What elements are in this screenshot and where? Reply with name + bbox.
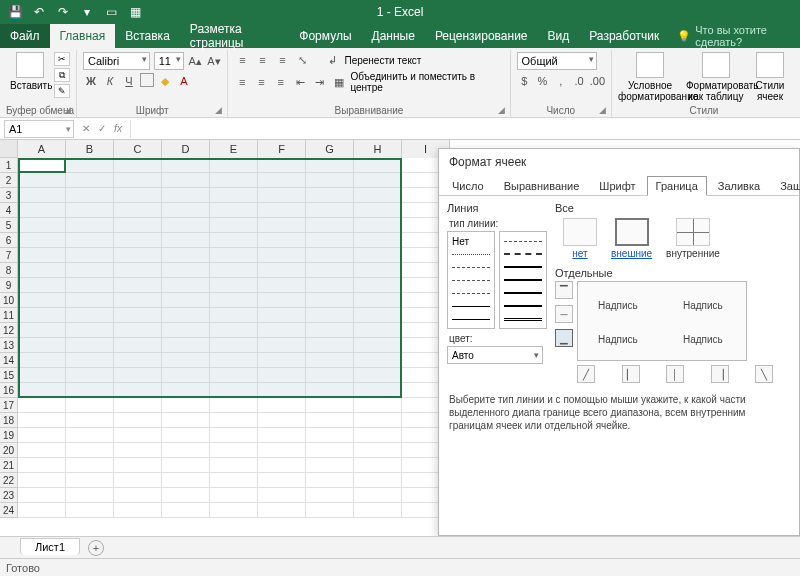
cell[interactable] (354, 248, 402, 263)
cell[interactable] (210, 248, 258, 263)
cell[interactable] (306, 413, 354, 428)
cell[interactable] (210, 308, 258, 323)
cell[interactable] (66, 233, 114, 248)
cell[interactable] (306, 443, 354, 458)
cells-area[interactable] (18, 158, 450, 518)
line-style-med1[interactable] (502, 261, 544, 273)
row-header-14[interactable]: 14 (0, 353, 17, 368)
cell[interactable] (114, 368, 162, 383)
cell[interactable] (114, 503, 162, 518)
font-launcher-icon[interactable]: ◢ (215, 105, 225, 115)
formula-input[interactable] (130, 120, 800, 138)
cell[interactable] (258, 443, 306, 458)
border-diag-down-button[interactable]: ╲ (755, 365, 773, 383)
cell[interactable] (114, 353, 162, 368)
cell[interactable] (258, 173, 306, 188)
cell[interactable] (306, 398, 354, 413)
cell[interactable] (354, 323, 402, 338)
cell[interactable] (66, 308, 114, 323)
underline-button[interactable]: Ч (121, 73, 137, 89)
cell[interactable] (114, 323, 162, 338)
tab-review[interactable]: Рецензирование (425, 24, 538, 48)
cell[interactable] (258, 368, 306, 383)
cell[interactable] (258, 383, 306, 398)
cell[interactable] (210, 428, 258, 443)
border-right-button[interactable]: ▕ (711, 365, 729, 383)
cell[interactable] (210, 338, 258, 353)
tab-formulas[interactable]: Формулы (289, 24, 361, 48)
cell[interactable] (18, 353, 66, 368)
cell[interactable] (162, 188, 210, 203)
row-header-17[interactable]: 17 (0, 398, 17, 413)
cell[interactable] (354, 203, 402, 218)
cell[interactable] (114, 473, 162, 488)
clipboard-launcher-icon[interactable]: ◢ (64, 105, 74, 115)
cell[interactable] (354, 353, 402, 368)
cell[interactable] (258, 293, 306, 308)
line-style-none[interactable]: Нет (450, 235, 492, 247)
cell[interactable] (258, 338, 306, 353)
cell[interactable] (210, 368, 258, 383)
align-top-icon[interactable]: ≡ (234, 52, 250, 68)
cell[interactable] (66, 488, 114, 503)
cell[interactable] (210, 278, 258, 293)
increase-decimal-icon[interactable]: .0 (571, 73, 586, 89)
enter-formula-icon[interactable]: ✓ (94, 123, 110, 134)
paste-button[interactable]: Вставить (10, 52, 50, 91)
line-style-list-left[interactable]: Нет (447, 231, 495, 329)
cell[interactable] (18, 338, 66, 353)
cell[interactable] (258, 248, 306, 263)
cell[interactable] (162, 173, 210, 188)
number-format-combo[interactable]: Общий (517, 52, 597, 70)
cell[interactable] (354, 488, 402, 503)
cell[interactable] (114, 263, 162, 278)
borders-button[interactable] (140, 73, 154, 87)
row-header-2[interactable]: 2 (0, 173, 17, 188)
format-painter-button[interactable]: ✎ (54, 84, 70, 98)
cell[interactable] (258, 458, 306, 473)
cell[interactable] (18, 503, 66, 518)
line-style-list-right[interactable] (499, 231, 547, 329)
cell[interactable] (210, 473, 258, 488)
cut-button[interactable]: ✂ (54, 52, 70, 66)
cell[interactable] (306, 338, 354, 353)
cell[interactable] (66, 428, 114, 443)
cell[interactable] (354, 428, 402, 443)
add-sheet-button[interactable]: + (88, 540, 104, 556)
cell[interactable] (258, 428, 306, 443)
dlg-tab-alignment[interactable]: Выравнивание (495, 176, 589, 196)
cell[interactable] (306, 428, 354, 443)
cell[interactable] (354, 158, 402, 173)
cell[interactable] (162, 473, 210, 488)
increase-font-icon[interactable]: A▴ (188, 53, 203, 69)
cell[interactable] (66, 353, 114, 368)
cell[interactable] (114, 158, 162, 173)
cell[interactable] (18, 488, 66, 503)
cell[interactable] (114, 413, 162, 428)
col-header-A[interactable]: A (18, 140, 66, 158)
cell[interactable] (354, 473, 402, 488)
tab-insert[interactable]: Вставка (115, 24, 180, 48)
cell[interactable] (210, 203, 258, 218)
border-bottom-button[interactable]: ▁ (555, 329, 573, 347)
number-launcher-icon[interactable]: ◢ (599, 105, 609, 115)
cell[interactable] (114, 188, 162, 203)
align-right-icon[interactable]: ≡ (273, 74, 288, 90)
dlg-tab-border[interactable]: Граница (647, 176, 707, 196)
qat-more-icon[interactable]: ▾ (78, 3, 96, 21)
line-style-thin[interactable] (450, 300, 492, 312)
cell[interactable] (210, 488, 258, 503)
cell[interactable] (114, 383, 162, 398)
cell[interactable] (18, 173, 66, 188)
format-as-table-button[interactable]: Форматировать как таблицу (686, 52, 746, 102)
preset-outline[interactable]: внешние (611, 218, 652, 259)
bold-button[interactable]: Ж (83, 73, 99, 89)
row-header-20[interactable]: 20 (0, 443, 17, 458)
cell[interactable] (306, 368, 354, 383)
cell[interactable] (306, 278, 354, 293)
cell[interactable] (162, 323, 210, 338)
cell[interactable] (66, 398, 114, 413)
cell[interactable] (306, 188, 354, 203)
cell[interactable] (66, 383, 114, 398)
select-all-corner[interactable] (0, 140, 18, 158)
